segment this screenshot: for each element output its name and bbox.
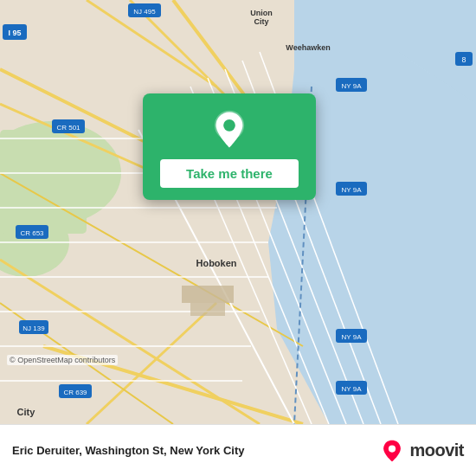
location-card: Take me there	[143, 93, 316, 200]
copyright-text: © OpenStreetMap contributors	[7, 355, 118, 365]
location-name: Eric Deruiter, Washington St, New York C…	[12, 444, 244, 457]
svg-text:NJ 139: NJ 139	[23, 325, 45, 332]
svg-rect-5	[0, 130, 87, 234]
svg-text:Union: Union	[250, 9, 273, 17]
svg-text:NY 9A: NY 9A	[342, 385, 363, 393]
svg-text:City: City	[17, 407, 36, 417]
svg-text:NY 9A: NY 9A	[342, 186, 363, 194]
svg-rect-59	[182, 286, 234, 303]
svg-text:Hoboken: Hoboken	[196, 258, 236, 268]
svg-text:Weehawken: Weehawken	[286, 43, 330, 52]
svg-rect-60	[190, 303, 225, 316]
svg-point-64	[389, 445, 396, 452]
svg-text:NJ 495: NJ 495	[133, 8, 156, 16]
moovit-pin-icon	[380, 439, 404, 463]
svg-text:City: City	[254, 17, 268, 26]
svg-text:8: 8	[461, 55, 466, 64]
svg-text:NY 9A: NY 9A	[342, 333, 363, 341]
svg-text:I 95: I 95	[8, 29, 21, 37]
take-me-there-button[interactable]: Take me there	[160, 159, 299, 188]
location-info: Eric Deruiter, Washington St, New York C…	[12, 444, 244, 457]
svg-text:CR 639: CR 639	[63, 389, 87, 396]
svg-text:CR 501: CR 501	[56, 124, 80, 132]
svg-point-63	[223, 119, 235, 132]
svg-text:CR 653: CR 653	[20, 229, 44, 237]
moovit-logo: moovit	[380, 439, 464, 463]
moovit-brand-text: moovit	[409, 441, 464, 460]
map-pin-icon	[209, 109, 250, 151]
map-container: I 95 NJ 495 CR 501 CR 653 NJ 139 CR 639 …	[0, 0, 476, 424]
svg-text:NY 9A: NY 9A	[342, 82, 363, 90]
bottom-bar: Eric Deruiter, Washington St, New York C…	[0, 424, 476, 476]
